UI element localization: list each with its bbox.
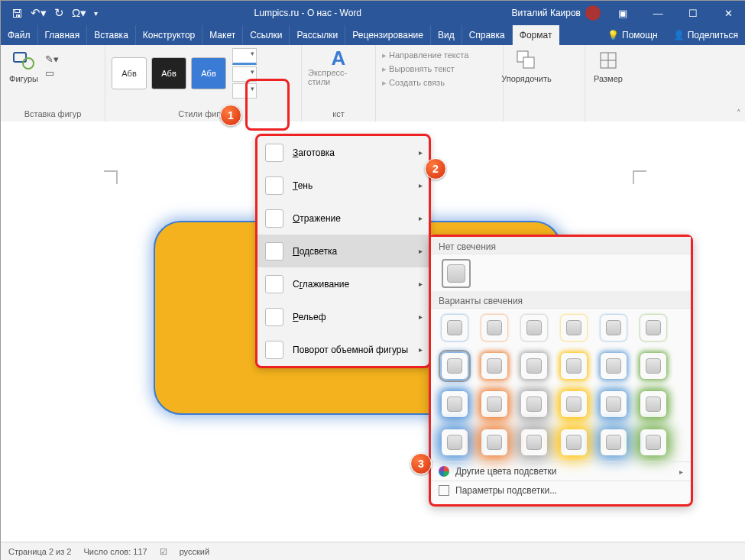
glow-swatch-r0-c2[interactable]: [521, 315, 547, 341]
tab-file[interactable]: Файл: [1, 25, 38, 45]
user-name: Виталий Каиров: [511, 8, 581, 18]
glow-swatch-r3-c4[interactable]: [601, 429, 627, 455]
effect-label: Заготовка: [293, 147, 335, 158]
chevron-right-icon: ▸: [419, 312, 423, 321]
annotation-box-1: [245, 79, 290, 131]
tab-review[interactable]: Рецензирование: [345, 25, 431, 45]
glow-swatch-r2-c0[interactable]: [442, 391, 468, 417]
quick-access-toolbar: 🖫 ↶▾ ↻ Ω▾ ▾: [1, 6, 109, 20]
page-indicator[interactable]: Страница 2 из 2: [8, 547, 71, 556]
glow-swatch-r0-c4[interactable]: [601, 315, 627, 341]
glow-swatch-r0-c5[interactable]: [640, 315, 666, 341]
tab-design[interactable]: Конструктор: [136, 25, 202, 45]
effect-item-4[interactable]: Сглаживание▸: [258, 267, 429, 300]
preview-icon: [265, 308, 283, 326]
collapse-ribbon-icon[interactable]: ˄: [737, 108, 741, 118]
chevron-right-icon: ▸: [419, 214, 423, 222]
callout-3: 3: [410, 453, 432, 474]
group-insert-shapes: Фигуры ✎▾ ▭ Вставка фигур: [1, 45, 105, 121]
glow-swatch-r1-c5[interactable]: [640, 353, 666, 379]
effect-label: Подсветка: [293, 246, 337, 257]
wordart-icon[interactable]: A: [332, 48, 346, 68]
group-wordart: A Экспресс-стили кст: [302, 45, 376, 121]
share-button[interactable]: 👤Поделиться: [666, 25, 745, 45]
size-button[interactable]: Размер: [591, 48, 625, 83]
effect-item-2[interactable]: Отражение▸: [258, 202, 429, 235]
glow-swatch-r2-c4[interactable]: [601, 391, 627, 417]
glow-swatch-r3-c1[interactable]: [481, 429, 507, 455]
effect-item-6[interactable]: Поворот объемной фигуры▸: [258, 333, 429, 366]
glow-swatch-r2-c2[interactable]: [521, 391, 547, 417]
shapes-button[interactable]: Фигуры: [7, 48, 40, 83]
chevron-right-icon: ▸: [419, 181, 423, 189]
effect-item-1[interactable]: Тень▸: [258, 169, 429, 202]
word-count[interactable]: Число слов: 117: [83, 547, 147, 556]
minimize-button[interactable]: —: [640, 1, 675, 25]
tab-layout[interactable]: Макет: [202, 25, 243, 45]
group-arrange: Упорядочить: [504, 45, 585, 121]
language-indicator[interactable]: русский: [180, 547, 209, 556]
color-wheel-icon: [439, 466, 449, 477]
tab-mailings[interactable]: Рассылки: [290, 25, 345, 45]
glow-swatch-r2-c5[interactable]: [640, 391, 666, 417]
maximize-button[interactable]: ☐: [675, 1, 711, 25]
create-link-button[interactable]: Создать связь: [382, 76, 497, 89]
tell-me-button[interactable]: 💡Помощн: [600, 25, 666, 45]
svg-rect-3: [523, 57, 534, 68]
glow-options[interactable]: Параметры подсветки...: [431, 481, 691, 500]
glow-swatch-r1-c1[interactable]: [481, 353, 507, 379]
tab-references[interactable]: Ссылки: [243, 25, 290, 45]
more-glow-colors[interactable]: Другие цвета подсветки: [431, 461, 691, 481]
arrange-button[interactable]: Упорядочить: [510, 48, 543, 83]
autosave-icon[interactable]: 🖫: [11, 7, 23, 20]
text-direction-button[interactable]: Направление текста: [382, 48, 497, 62]
ribbon: Фигуры ✎▾ ▭ Вставка фигур Абв Абв Абв: [1, 45, 745, 122]
style-preset-1[interactable]: Абв: [112, 57, 147, 89]
preview-icon: [265, 275, 283, 293]
qat-more-icon[interactable]: ▾: [94, 9, 98, 18]
tab-insert[interactable]: Вставка: [87, 25, 136, 45]
glow-swatch-r3-c3[interactable]: [561, 429, 587, 455]
glow-swatch-r0-c3[interactable]: [561, 315, 587, 341]
spellcheck-icon[interactable]: ☑: [160, 547, 167, 557]
undo-icon[interactable]: ↶▾: [31, 6, 47, 20]
glow-swatch-r2-c3[interactable]: [561, 391, 587, 417]
redo-icon[interactable]: ↻: [54, 6, 64, 20]
close-button[interactable]: ✕: [711, 1, 745, 25]
glow-swatch-r1-c4[interactable]: [601, 353, 627, 379]
glow-swatch-r3-c5[interactable]: [640, 429, 666, 455]
shape-fill-button[interactable]: [232, 48, 257, 65]
titlebar: 🖫 ↶▾ ↻ Ω▾ ▾ Lumpics.ru - О нас - Word Ви…: [1, 1, 745, 25]
effect-item-3[interactable]: Подсветка▸: [258, 235, 429, 267]
effect-item-5[interactable]: Рельеф▸: [258, 300, 429, 333]
chevron-right-icon: ▸: [419, 247, 423, 255]
preview-icon: [265, 176, 283, 195]
account-area[interactable]: Виталий Каиров: [507, 5, 605, 21]
chevron-right-icon: ▸: [419, 345, 423, 354]
tab-format[interactable]: Формат: [513, 25, 560, 45]
tab-home[interactable]: Главная: [38, 25, 88, 45]
preview-icon: [265, 144, 283, 162]
edit-shape-icon[interactable]: ✎▾: [45, 53, 59, 65]
align-text-button[interactable]: Выровнять текст: [382, 62, 497, 76]
no-glow-swatch[interactable]: [442, 259, 471, 288]
glow-swatch-r0-c1[interactable]: [481, 315, 507, 341]
style-preset-3[interactable]: Абв: [191, 57, 226, 89]
ribbon-display-icon[interactable]: ▣: [605, 1, 640, 25]
glow-swatch-r3-c2[interactable]: [521, 429, 547, 455]
glow-swatch-r1-c2[interactable]: [521, 353, 547, 379]
omega-icon[interactable]: Ω▾: [72, 6, 86, 20]
preview-icon: [265, 242, 283, 261]
effect-item-0[interactable]: Заготовка▸: [258, 136, 429, 169]
style-preset-2[interactable]: Абв: [151, 57, 186, 89]
tab-view[interactable]: Вид: [431, 25, 462, 45]
glow-swatch-r2-c1[interactable]: [481, 391, 507, 417]
glow-swatch-r3-c0[interactable]: [442, 429, 468, 455]
chevron-right-icon: ▸: [419, 148, 423, 157]
textbox-icon[interactable]: ▭: [45, 67, 59, 79]
window-title: Lumpics.ru - О нас - Word: [109, 8, 507, 18]
glow-swatch-r0-c0[interactable]: [442, 315, 468, 341]
glow-swatch-r1-c3[interactable]: [561, 353, 587, 379]
tab-help[interactable]: Справка: [462, 25, 513, 45]
glow-swatch-r1-c0[interactable]: [442, 353, 468, 379]
